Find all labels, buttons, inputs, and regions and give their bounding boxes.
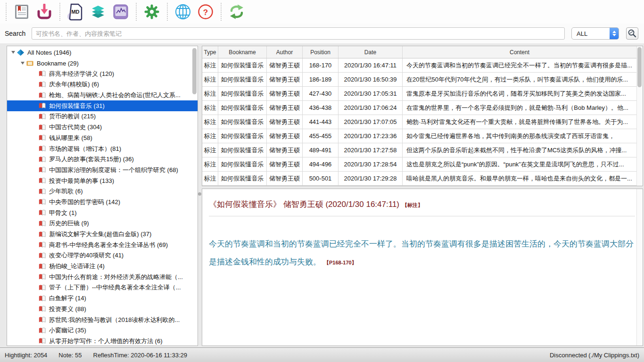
table-row[interactable]: 标注如何假装懂音乐储智勇王硕489-4912020/1/30 17:27:58但… bbox=[202, 143, 636, 157]
note-type-tag: 【标注】 bbox=[402, 202, 423, 208]
sidebar-item[interactable]: 从零开始学写作：个人增值的有效方法 (6) bbox=[7, 336, 198, 346]
cell-position: 494-496 bbox=[303, 157, 339, 171]
sidebar-item[interactable]: 小窗幽记 (35) bbox=[7, 325, 198, 336]
search-bar: Search ALL bbox=[0, 24, 644, 43]
search-input[interactable] bbox=[32, 27, 565, 40]
settings-button[interactable] bbox=[140, 1, 163, 23]
table-row[interactable]: 标注如何假装懂音乐储智勇王硕500-5012020/1/30 17:29:28嘻… bbox=[202, 172, 636, 186]
layers-icon bbox=[90, 4, 106, 20]
note-detail-content: 《如何假装懂音乐》 储智勇王硕 (2020/1/30 16:47:11)【标注】… bbox=[209, 189, 635, 346]
column-header[interactable]: Date bbox=[339, 46, 403, 58]
column-header[interactable]: Type bbox=[202, 46, 218, 58]
sidebar-item[interactable]: 投资中最简单的事 (133) bbox=[7, 175, 198, 186]
import-button[interactable] bbox=[33, 1, 56, 23]
sidebar-item[interactable]: 新编说文解字大全集(超值白金版) (37) bbox=[7, 229, 198, 240]
sidebar-item[interactable]: 中国国家治理的制度逻辑：一个组织学研究 (68) bbox=[7, 165, 198, 176]
statistics-button[interactable] bbox=[109, 1, 132, 23]
cell-author: 储智勇王硕 bbox=[267, 143, 303, 157]
sidebar-item[interactable]: 苏世民:我的经验与教训（2018读桥水达利欧的... bbox=[7, 314, 198, 325]
cell-type: 标注 bbox=[202, 157, 218, 171]
filter-value: ALL bbox=[572, 30, 610, 37]
sidebar-item[interactable]: 管子（上下册）--中华经典名著全本全注全译（... bbox=[7, 282, 198, 293]
sidebar-item[interactable]: 薛兆丰经济学讲义 (120) bbox=[7, 68, 198, 79]
toolbar-separator bbox=[167, 3, 168, 21]
sidebar-item-label: 中国为什么有前途：对外经济关系的战略潜能（... bbox=[49, 273, 183, 281]
sidebar-item[interactable]: 庆余年(精校版) (6) bbox=[7, 79, 198, 90]
sidebar-item[interactable]: 枪炮、病菌与钢铁:人类社会的命运(世纪人文系... bbox=[7, 90, 198, 101]
sidebar-item-label: 商君书-中华经典名著全本全注全译丛书 (69) bbox=[49, 241, 168, 249]
sidebar-item[interactable]: 投资要义 (88) bbox=[7, 304, 198, 315]
sidebar-item-label: 投资要义 (88) bbox=[49, 305, 86, 313]
sidebar-item[interactable]: 改变心理学的40项研究 (41) bbox=[7, 250, 198, 261]
sidebar-item[interactable]: 中央帝国的哲学密码 (142) bbox=[7, 197, 198, 208]
book-icon bbox=[26, 60, 34, 67]
disclosure-triangle-icon[interactable] bbox=[19, 62, 26, 65]
sidebar-item-label: 杨伯峻_论语译注 (4) bbox=[49, 262, 105, 271]
toolbar-separator bbox=[6, 3, 7, 21]
cell-position: 441-443 bbox=[303, 115, 339, 129]
sidebar-item[interactable]: 罗马人的故事(套装共15册) (36) bbox=[7, 154, 198, 165]
book-icon bbox=[38, 70, 46, 77]
note-title-text: 《如何假装懂音乐》 储智勇王硕 (2020/1/30 16:47:11) bbox=[209, 200, 399, 209]
cell-type: 标注 bbox=[202, 101, 218, 115]
sidebar-item[interactable]: 钱从哪里来 (58) bbox=[7, 133, 198, 144]
cell-position: 168-170 bbox=[303, 58, 339, 72]
table-row[interactable]: 标注如何假装懂音乐储智勇王硕441-4432020/1/30 17:07:05鲍… bbox=[202, 115, 636, 129]
filter-dropdown[interactable]: ALL bbox=[571, 27, 619, 40]
sidebar-item[interactable]: 中国古代简史 (304) bbox=[7, 122, 198, 133]
cell-content: 但这两个乐队的音乐听起来截然不同，性手枪沿袭了MC5这类乐队的风格，冲撞... bbox=[403, 143, 636, 157]
sidebar-item-label: 白鱼解字 (14) bbox=[49, 294, 86, 303]
toolbar-separator bbox=[136, 3, 137, 21]
sidebar-item[interactable]: All Notes (1946) bbox=[7, 47, 198, 58]
sidebar-scrollbar[interactable] bbox=[192, 48, 197, 94]
sidebar-item[interactable]: 如何假装懂音乐 (31) bbox=[7, 100, 198, 111]
book-icon bbox=[38, 124, 46, 131]
sidebar-item[interactable]: Bookname (29) bbox=[7, 58, 198, 69]
sidebar-item[interactable]: 甲骨文 (1) bbox=[7, 207, 198, 218]
column-header[interactable]: Content bbox=[403, 46, 636, 58]
sidebar-item[interactable]: 历史的巨镜 (9) bbox=[7, 218, 198, 229]
table-row[interactable]: 标注如何假装懂音乐储智勇王硕427-4302020/1/30 17:05:31雷… bbox=[202, 87, 636, 101]
sidebar-item[interactable]: 商君书-中华经典名著全本全注全译丛书 (69) bbox=[7, 239, 198, 250]
table-row[interactable]: 标注如何假装懂音乐储智勇王硕168-1702020/1/30 16:47:11今… bbox=[202, 58, 636, 73]
sync-button[interactable] bbox=[225, 1, 248, 23]
help-button[interactable]: ? bbox=[194, 1, 217, 23]
connection-status: Disconnected (./My Clippings.txt) bbox=[550, 352, 639, 359]
sidebar-item[interactable]: 杨伯峻_论语译注 (4) bbox=[7, 261, 198, 272]
pane-splitter-handle[interactable] bbox=[198, 192, 201, 196]
column-header[interactable]: Position bbox=[303, 46, 339, 58]
cell-position: 455-455 bbox=[303, 129, 339, 143]
note-detail-title: 《如何假装懂音乐》 储智勇王硕 (2020/1/30 16:47:11)【标注】 bbox=[209, 199, 635, 210]
web-button[interactable] bbox=[172, 1, 194, 23]
table-row[interactable]: 标注如何假装懂音乐储智勇王硕436-4382020/1/30 17:06:24在… bbox=[202, 101, 636, 115]
disclosure-triangle-icon[interactable] bbox=[10, 51, 17, 54]
book-icon bbox=[38, 220, 46, 227]
notes-manager-button[interactable] bbox=[10, 1, 33, 23]
table-scrollbar[interactable] bbox=[637, 47, 642, 87]
book-icon bbox=[38, 337, 46, 345]
sidebar-item-label: 改变心理学的40项研究 (41) bbox=[49, 251, 124, 260]
sidebar-item[interactable]: 中国为什么有前途：对外经济关系的战略潜能（... bbox=[7, 272, 198, 282]
column-header[interactable]: Bookname bbox=[218, 46, 267, 58]
sidebar-item-label: 市场的逻辑（增订本）(81) bbox=[49, 145, 121, 153]
cell-bookname: 如何假装懂音乐 bbox=[218, 143, 267, 157]
cell-position: 436-438 bbox=[303, 101, 339, 115]
column-header[interactable]: Author bbox=[267, 46, 303, 58]
sidebar-item[interactable]: 白鱼解字 (14) bbox=[7, 293, 198, 304]
sidebar-item[interactable]: 货币的教训 (215) bbox=[7, 111, 198, 122]
cell-content: 这也是朋克之所以是“punk”的原因。“punk”在英文里是流氓阿飞的意思，只不… bbox=[403, 157, 636, 171]
table-row[interactable]: 标注如何假装懂音乐储智勇王硕455-4552020/1/30 17:23:36如… bbox=[202, 129, 636, 143]
markdown-export-button[interactable]: MD bbox=[64, 1, 87, 23]
table-row[interactable]: 标注如何假装懂音乐储智勇王硕186-1892020/1/30 16:50:39在… bbox=[202, 73, 636, 87]
search-button[interactable] bbox=[626, 27, 638, 40]
table-row[interactable]: 标注如何假装懂音乐储智勇王硕494-4962020/1/30 17:28:54这… bbox=[202, 157, 636, 172]
sidebar-item[interactable]: 少年凯歌 (6) bbox=[7, 186, 198, 197]
cell-date: 2020/1/30 17:28:54 bbox=[339, 157, 403, 171]
sidebar-item[interactable]: 市场的逻辑（增订本）(81) bbox=[7, 143, 198, 154]
cell-bookname: 如何假装懂音乐 bbox=[218, 115, 267, 129]
layers-button[interactable] bbox=[87, 1, 109, 23]
table-body: 标注如何假装懂音乐储智勇王硕168-1702020/1/30 16:47:11今… bbox=[202, 58, 636, 186]
sidebar-item-label: All Notes (1946) bbox=[27, 49, 71, 56]
book-icon bbox=[38, 284, 46, 291]
book-icon bbox=[38, 92, 46, 99]
